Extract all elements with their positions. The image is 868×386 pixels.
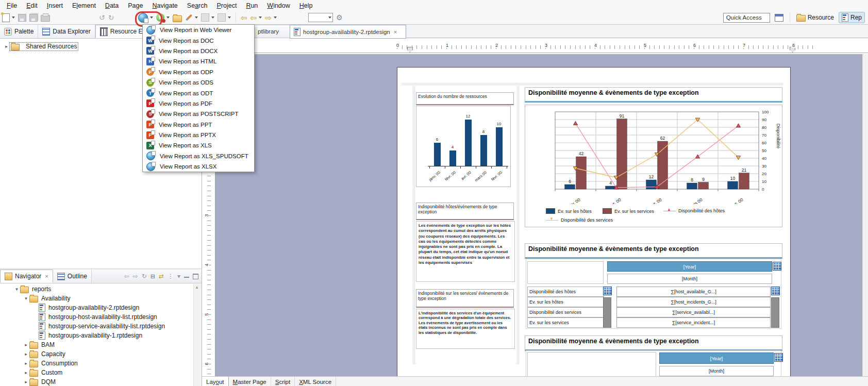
close-icon[interactable]: × [45, 273, 48, 279]
minimize-icon[interactable] [184, 275, 189, 278]
editor-scrollbar[interactable] [862, 54, 868, 376]
menu-page[interactable]: Page [123, 1, 147, 10]
expand-icon[interactable]: ▸ [23, 351, 29, 357]
run-report-dropdown-icon[interactable] [166, 16, 170, 19]
wizard-dropdown-icon[interactable] [228, 16, 231, 19]
undo-icon[interactable]: ↺ [99, 14, 105, 21]
menu-item-view-report-as-doc[interactable]: WView Report as DOC [143, 35, 254, 45]
layout-canvas[interactable]: Evolution du nombre de ressources 6janv.… [215, 54, 868, 376]
maximize-icon[interactable] [193, 274, 198, 279]
forward-icon[interactable]: ⇨ [133, 273, 138, 280]
expand-icon[interactable]: ▸ [23, 361, 29, 366]
expand-icon[interactable]: ▸ [23, 379, 29, 384]
tree-item-capacity[interactable]: ▸Capacity [0, 349, 202, 359]
view-report-icon[interactable] [138, 13, 148, 23]
resource-perspective-button[interactable]: Resource [796, 14, 834, 22]
menu-item-view-report-as-pptx[interactable]: PView Report as PPTX [143, 130, 254, 140]
navigator-scrollbar[interactable]: ▲ [193, 284, 202, 386]
open-perspective-icon[interactable] [775, 14, 783, 22]
panel-sash[interactable] [0, 268, 202, 270]
tree-item-custom[interactable]: ▸Custom [0, 368, 202, 377]
crosstab-month-header[interactable]: [Month] [659, 366, 774, 376]
crosstab-row-label-ev-sur-les-h-tes[interactable]: Ev. sur les hôtes [527, 297, 604, 307]
tree-item-hostgroups-availability-1-rptdesign[interactable]: hostgroups-availability-1.rptdesign [0, 331, 202, 340]
view-tab-palette[interactable]: Palette [0, 25, 38, 38]
up-icon[interactable]: ↻ [142, 273, 147, 280]
menu-item-view-report-as-ods[interactable]: SView Report as ODS [143, 77, 254, 88]
last-edit-location-icon[interactable]: ⇦ [241, 14, 247, 22]
close-icon[interactable]: × [394, 29, 397, 35]
open-file-icon[interactable] [173, 15, 182, 22]
menu-item-view-report-in-web-viewer[interactable]: View Report in Web Viewer [143, 25, 254, 35]
menu-insert[interactable]: Insert [42, 1, 68, 10]
expand-icon[interactable]: ▸ [23, 342, 29, 347]
menu-project[interactable]: Project [212, 1, 241, 10]
new-report-icon[interactable] [2, 13, 10, 22]
view-tab-data-explorer[interactable]: Data Explorer [38, 25, 95, 38]
bottom-tab-xml-source[interactable]: XML Source [295, 377, 336, 386]
crosstab-icon[interactable] [774, 353, 783, 362]
collapse-icon[interactable]: ▾ [13, 287, 20, 292]
menu-element[interactable]: Element [68, 1, 101, 10]
menu-item-view-report-as-xlsx[interactable]: View Report as XLSX [143, 161, 254, 172]
back-dropdown-icon[interactable] [259, 16, 262, 19]
expand-icon[interactable]: ▸ [3, 44, 10, 49]
gear-icon[interactable]: ⚙ [336, 14, 343, 21]
insert-element-icon[interactable] [201, 13, 209, 22]
save-icon[interactable] [18, 14, 26, 22]
expand-icon[interactable]: ▸ [23, 370, 29, 375]
menu-edit[interactable]: Edit [22, 1, 42, 10]
crosstab-row-label-disponibilit-des-services[interactable]: Disponibilité des services [527, 307, 604, 317]
crosstab-row-handle[interactable] [603, 297, 611, 328]
tree-item-dqm[interactable]: ▸DQM [0, 377, 202, 386]
menu-item-view-report-as-docx[interactable]: WView Report as DOCX [143, 46, 254, 56]
view-tab-navigator[interactable]: Navigator× [0, 270, 53, 283]
combo-dropdown-icon[interactable] [328, 16, 331, 19]
left-indent-marker[interactable] [407, 47, 413, 53]
theme-dropdown-icon[interactable] [195, 16, 198, 19]
menu-data[interactable]: Data [101, 1, 123, 10]
view-tab-outline[interactable]: Outline [53, 270, 92, 283]
menu-help[interactable]: Help [295, 1, 318, 10]
crosstab-data-cell[interactable]: ∑[host_available_G...] [616, 287, 771, 297]
resources-bar-chart[interactable]: 6janv. 004févr. 0012avr. 008mars 0010fév… [416, 106, 511, 187]
crosstab-icon[interactable] [771, 287, 780, 295]
crosstab-icon[interactable] [603, 287, 612, 295]
menu-run[interactable]: Run [241, 1, 262, 10]
menu-file[interactable]: File [2, 1, 22, 10]
availability-combo-chart[interactable]: 10090807060504030201006412810429162921ja… [525, 105, 782, 227]
scroll-up-icon[interactable]: ▲ [195, 285, 199, 290]
tree-item-reports[interactable]: ▾reports [0, 284, 202, 294]
crosstab-corner-cell[interactable] [527, 352, 656, 376]
crosstab-icon[interactable] [773, 262, 781, 271]
view-report-dropdown-icon[interactable] [150, 16, 153, 19]
crosstab-row-label-disponibilit-des-h-tes[interactable]: Disponibilité des hôtes [527, 287, 604, 297]
tree-item-bam[interactable]: ▸BAM [0, 340, 202, 349]
tree-item-hostgroup-host-availability-list-rptdesign[interactable]: hostgroup-host-availability-list.rptdesi… [0, 312, 202, 322]
crosstab-year-header[interactable]: [Year] [659, 353, 774, 364]
menu-item-view-report-as-odp[interactable]: PView Report as ODP [143, 67, 254, 77]
crosstab-data-cell[interactable]: ∑[service_incident...] [616, 317, 771, 328]
link-with-editor-icon[interactable]: ⇄ [159, 273, 164, 280]
tree-item-consumption[interactable]: ▸Consumption [0, 359, 202, 368]
new-report-dropdown-icon[interactable] [12, 16, 15, 19]
crosstab-corner-cell[interactable] [527, 261, 604, 284]
tree-item-hostgroup-service-availability-list-rptdesign[interactable]: hostgroup-service-availability-list.rptd… [0, 322, 202, 331]
run-report-icon[interactable] [156, 13, 164, 22]
toolbar-combo[interactable] [308, 13, 333, 22]
menu-item-view-report-as-postscript[interactable]: SView Report as POSTSCRIPT [143, 109, 254, 119]
crosstab-data-cell[interactable]: ∑[host_incidents_G...] [616, 297, 771, 307]
collapse-icon[interactable]: ▾ [23, 296, 29, 301]
menu-search[interactable]: Search [182, 1, 212, 10]
redo-icon[interactable]: ↻ [108, 14, 114, 21]
report-page[interactable]: Evolution du nombre de ressources 6janv.… [397, 67, 791, 376]
back-icon[interactable]: ⇦ [251, 14, 257, 22]
crosstab-data-cell[interactable]: ∑[service_availabl...] [616, 307, 771, 317]
save-all-icon[interactable] [29, 14, 38, 22]
menu-item-view-report-as-xls-spudsoft[interactable]: View Report as XLS_SPUDSOFT [143, 151, 254, 161]
collapse-all-icon[interactable]: ⊟ [151, 273, 155, 280]
crosstab-row-label-ev-sur-les-services[interactable]: Ev. sur les services [527, 317, 604, 328]
menu-item-view-report-as-html[interactable]: HView Report as HTML [143, 56, 254, 66]
quick-access-input[interactable]: Quick Access [723, 13, 770, 23]
report-design-perspective-button[interactable]: Rep [839, 12, 865, 23]
